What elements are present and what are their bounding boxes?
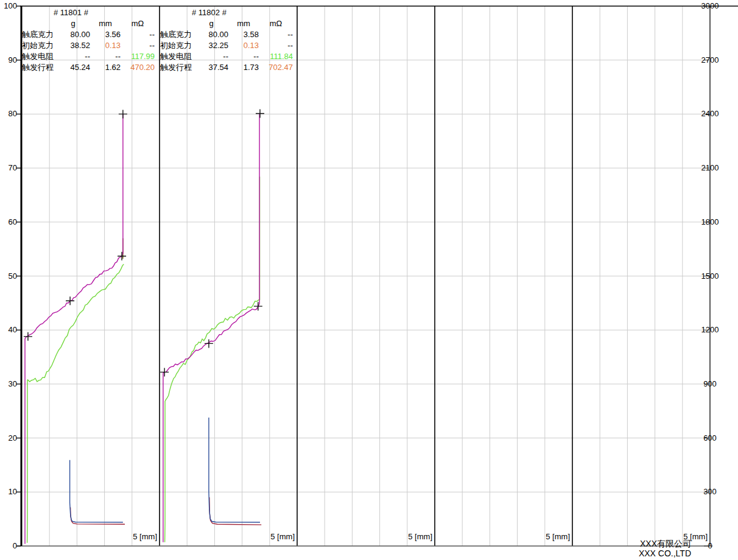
cell-mm: 0.13 <box>228 40 259 51</box>
company-name-en: XXX CO.,LTD <box>569 548 691 558</box>
y-axis-right-tick-label: 300 <box>695 487 725 497</box>
y-axis-left-tick-label: 60 <box>0 217 17 227</box>
cell-mohm: -- <box>259 29 293 40</box>
table-row: 初始克力 32.25 0.13 -- <box>160 40 298 51</box>
unit-g: g <box>56 18 90 29</box>
y-axis-left-tick-label: 0 <box>0 541 17 551</box>
cell-mohm: 470.20 <box>121 62 155 73</box>
press-force-curve <box>163 114 259 542</box>
unit-mohm: mΩ <box>259 18 293 29</box>
y-axis-left-tick-label: 10 <box>0 487 17 497</box>
company-name-cn: XXX有限公司 <box>569 539 691 548</box>
cell-mm: 1.62 <box>90 62 121 73</box>
measure-cross-marker <box>119 110 127 118</box>
measure-cross-marker <box>118 252 126 261</box>
table-row: 触发电阻 -- -- 117.99 <box>22 51 160 62</box>
row-label: 触底克力 <box>22 29 56 40</box>
release-resistance-curve <box>209 497 261 525</box>
row-label: 触发电阻 <box>160 51 194 62</box>
x-axis-mm-label: 5 [mm] <box>246 532 295 542</box>
force-curve-chart-root: 1009080706050403020100 30002700240021001… <box>0 0 738 560</box>
sample-id: # 11802 # <box>192 7 298 18</box>
unit-mohm: mΩ <box>121 18 155 29</box>
row-label: 触底克力 <box>160 29 194 40</box>
units-row: g mm mΩ <box>22 18 160 29</box>
cell-mm: -- <box>90 51 121 62</box>
table-row: 触发行程 37.54 1.73 702.47 <box>160 62 298 73</box>
sample-id: # 11801 # <box>54 7 160 18</box>
row-label: 触发电阻 <box>22 51 56 62</box>
cell-g: 80.00 <box>194 29 228 40</box>
y-axis-left-tick-label: 80 <box>0 109 17 119</box>
measure-cross-marker <box>160 368 169 376</box>
cell-g: 37.54 <box>194 62 228 73</box>
y-axis-right-tick-label: 900 <box>695 379 725 389</box>
cell-mohm: 111.84 <box>259 51 293 62</box>
measure-cross-marker <box>205 339 213 348</box>
cell-mm: 0.13 <box>90 40 121 51</box>
cell-g: 45.24 <box>56 62 90 73</box>
measure-cross-marker <box>256 110 264 118</box>
unit-mm: mm <box>90 18 121 29</box>
cell-g: -- <box>56 51 90 62</box>
y-axis-left-tick-label: 20 <box>0 433 17 443</box>
y-axis-left-tick-label: 40 <box>0 325 17 335</box>
cell-g: 38.52 <box>56 40 90 51</box>
cell-mm: -- <box>228 51 259 62</box>
y-axis-right-tick-label: 1800 <box>695 217 725 227</box>
unit-g: g <box>194 18 228 29</box>
cell-mohm: -- <box>121 40 155 51</box>
plot-area <box>0 0 738 560</box>
y-axis-right-tick-label: 600 <box>695 433 725 443</box>
y-axis-left-tick-label: 70 <box>0 163 17 173</box>
row-label: 初始克力 <box>22 40 56 51</box>
table-row: 触底克力 80.00 3.58 -- <box>160 29 298 40</box>
y-axis-right-tick-label: 1200 <box>695 325 725 335</box>
cell-mohm: -- <box>259 40 293 51</box>
cell-mohm: 702.47 <box>259 62 293 73</box>
y-axis-right-tick-label: 2700 <box>695 55 725 65</box>
press-resistance-curve <box>70 460 123 522</box>
unit-mm: mm <box>228 18 259 29</box>
cell-mm: 3.56 <box>90 29 121 40</box>
cell-g: 32.25 <box>194 40 228 51</box>
y-axis-left-tick-label: 100 <box>0 1 17 11</box>
measurement-table-1: # 11801 # g mm mΩ 触底克力 80.00 3.56 -- 初始克… <box>22 7 160 73</box>
cell-mm: 3.58 <box>228 29 259 40</box>
press-resistance-curve <box>209 418 260 522</box>
y-axis-right-tick-label: 3000 <box>695 1 725 11</box>
press-force-curve <box>25 114 123 544</box>
row-label: 触发行程 <box>22 62 56 73</box>
y-axis-right-tick-label: 0 <box>695 541 725 551</box>
cell-g: 80.00 <box>56 29 90 40</box>
cell-g: -- <box>194 51 228 62</box>
y-axis-right-tick-label: 1500 <box>695 271 725 281</box>
units-row: g mm mΩ <box>160 18 298 29</box>
x-axis-mm-label: 5 [mm] <box>108 532 157 542</box>
measurement-table-2: # 11802 # g mm mΩ 触底克力 80.00 3.58 -- 初始克… <box>160 7 298 73</box>
y-axis-right-tick-label: 2100 <box>695 163 725 173</box>
x-axis-mm-label: 5 [mm] <box>384 532 432 542</box>
row-label: 初始克力 <box>160 40 194 51</box>
table-row: 触底克力 80.00 3.56 -- <box>22 29 160 40</box>
table-row: 触发行程 45.24 1.62 470.20 <box>22 62 160 73</box>
y-axis-right-tick-label: 2400 <box>695 109 725 119</box>
y-axis-left-tick-label: 50 <box>0 271 17 281</box>
cell-mohm: -- <box>121 29 155 40</box>
y-axis-left-tick-label: 30 <box>0 379 17 389</box>
x-axis-mm-label: 5 [mm] <box>521 532 570 542</box>
release-force-curve <box>27 264 124 543</box>
table-row: 触发电阻 -- -- 111.84 <box>160 51 298 62</box>
cell-mm: 1.73 <box>228 62 259 73</box>
y-axis-left-tick-label: 90 <box>0 55 17 65</box>
company-footer: XXX有限公司 XXX CO.,LTD <box>569 539 691 558</box>
table-row: 初始克力 38.52 0.13 -- <box>22 40 160 51</box>
row-label: 触发行程 <box>160 62 194 73</box>
cell-mohm: 117.99 <box>121 51 155 62</box>
release-force-curve <box>165 177 260 542</box>
